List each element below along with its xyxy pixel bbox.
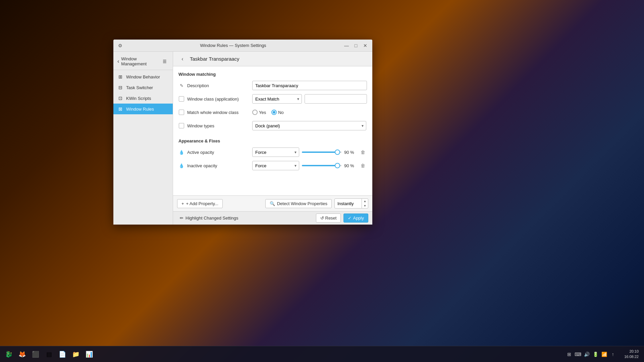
- taskbar: 🐉 🦊 ⬛ ▤ 📄 📁 📊 ⊞ ⌨ 🔊 🔋 📶 ↑ 20:10 16:08:22: [0, 346, 644, 362]
- radio-group-match-class: Yes No: [252, 110, 284, 115]
- radio-yes-label[interactable]: Yes: [252, 110, 266, 115]
- apply-button[interactable]: ✓ Apply: [343, 214, 368, 223]
- maximize-button[interactable]: □: [352, 42, 360, 50]
- window-class-text-input[interactable]: [305, 94, 367, 104]
- inactive-opacity-slider-thumb[interactable]: [335, 163, 340, 168]
- window-types-label: Window types: [178, 123, 252, 129]
- window-class-row: Window class (application) Exact Match S…: [178, 94, 367, 104]
- spinner-up-button[interactable]: ▲: [362, 199, 368, 203]
- highlight-settings-toggle[interactable]: ✏ Highlight Changed Settings: [177, 214, 241, 222]
- taskbar-app-firefox[interactable]: 🦊: [16, 348, 28, 360]
- match-whole-class-row: Match whole window class Yes No: [178, 107, 367, 118]
- instantly-input[interactable]: [335, 199, 362, 208]
- radio-yes-text: Yes: [259, 110, 266, 115]
- content-footer: + + Add Property... 🔍 Detect Window Prop…: [173, 195, 372, 211]
- taskbar-app-dragon[interactable]: 🐉: [3, 348, 15, 360]
- taskbar-app-files[interactable]: 📄: [56, 348, 68, 360]
- systray-updates-icon[interactable]: ↑: [609, 351, 616, 358]
- active-opacity-delete-button[interactable]: 🗑: [359, 148, 367, 156]
- kwin-scripts-icon: ⊡: [117, 95, 123, 101]
- systray-volume-icon[interactable]: 🔊: [583, 351, 590, 358]
- description-input[interactable]: [252, 81, 367, 90]
- match-whole-class-label: Match whole window class: [178, 109, 252, 115]
- hamburger-icon: ☰: [163, 59, 167, 64]
- window-class-control: Exact Match Substring Match Regular Expr…: [252, 94, 367, 104]
- window-types-icon: [178, 123, 184, 129]
- sidebar-item-label: Task Switcher: [126, 85, 153, 90]
- window-class-select[interactable]: Exact Match Substring Match Regular Expr…: [252, 94, 302, 104]
- sidebar-item-kwin-scripts[interactable]: ⊡ KWin Scripts: [113, 93, 173, 104]
- inactive-opacity-select[interactable]: Force Apply Initially Remember Do Not Af…: [252, 161, 299, 170]
- active-opacity-control: Force Apply Initially Remember Do Not Af…: [252, 147, 367, 157]
- radio-yes-button[interactable]: [252, 110, 258, 115]
- sidebar-hamburger-button[interactable]: ☰: [160, 57, 169, 66]
- sidebar-item-window-behavior[interactable]: ⊞ Window Behavior: [113, 71, 173, 82]
- match-whole-icon: [178, 109, 184, 115]
- systray-desktop-icon[interactable]: ⊞: [566, 351, 573, 358]
- window-body: ‹ Window Management ☰ ⊞ Window Behavior …: [113, 52, 372, 225]
- sidebar: ‹ Window Management ☰ ⊞ Window Behavior …: [113, 52, 173, 225]
- systray-battery-icon[interactable]: 🔋: [592, 351, 599, 358]
- sidebar-back-button[interactable]: ‹ Window Management ☰: [113, 54, 173, 68]
- spinner-buttons: ▲ ▼: [362, 199, 368, 208]
- sidebar-item-label: Window Behavior: [126, 74, 160, 79]
- window-types-select-wrapper: Dock (panel) Normal Window Dialog Splash…: [252, 121, 366, 130]
- bottom-right-buttons: ↺ Reset ✓ Apply: [316, 214, 369, 223]
- add-property-button[interactable]: + + Add Property...: [177, 199, 223, 208]
- window-matching-title: Window matching: [178, 72, 367, 77]
- taskbar-app-folder[interactable]: 📁: [70, 348, 82, 360]
- taskbar-right: ⊞ ⌨ 🔊 🔋 📶 ↑ 20:10 16:08:22: [563, 349, 641, 359]
- window-types-select[interactable]: Dock (panel) Normal Window Dialog Splash…: [252, 121, 366, 130]
- inactive-opacity-control: Force Apply Initially Remember Do Not Af…: [252, 161, 367, 170]
- inactive-opacity-delete-button[interactable]: 🗑: [359, 162, 367, 170]
- spinner-down-button[interactable]: ▼: [362, 203, 368, 208]
- inactive-opacity-label: 💧 Inactive opacity: [178, 163, 252, 169]
- active-opacity-slider-container: 90 %: [302, 150, 356, 155]
- sidebar-item-window-rules[interactable]: ⊠ Window Rules: [113, 104, 173, 114]
- active-opacity-slider-fill: [302, 152, 337, 153]
- active-opacity-select[interactable]: Force Apply Initially Remember Do Not Af…: [252, 147, 299, 157]
- match-whole-class-control: Yes No: [252, 110, 367, 115]
- detect-properties-button[interactable]: 🔍 Detect Window Properties: [265, 199, 332, 208]
- description-row: ✎ Description: [178, 80, 367, 91]
- description-icon: ✎: [178, 82, 184, 88]
- window-titlebar: ⚙ Window Rules — System Settings — □ ✕: [113, 40, 372, 52]
- window-types-row: Window types Dock (panel) Normal Window …: [178, 120, 367, 131]
- inactive-opacity-slider[interactable]: [302, 165, 341, 166]
- inactive-opacity-row: 💧 Inactive opacity Force Apply Initially…: [178, 160, 367, 171]
- window-title: Window Rules — System Settings: [125, 43, 341, 48]
- add-icon: +: [181, 201, 184, 206]
- systray-network-icon[interactable]: 📶: [601, 351, 607, 358]
- content-title: Taskbar Transparaacy: [190, 56, 239, 62]
- apply-check-icon: ✓: [348, 216, 352, 221]
- sidebar-item-label: KWin Scripts: [126, 96, 151, 101]
- window-class-select-wrapper: Exact Match Substring Match Regular Expr…: [252, 94, 302, 104]
- minimize-button[interactable]: —: [342, 42, 351, 50]
- sidebar-item-task-switcher[interactable]: ⊟ Task Switcher: [113, 82, 173, 93]
- radio-no-button[interactable]: [271, 110, 277, 115]
- taskbar-clock[interactable]: 20:10 16:08:22: [622, 349, 641, 359]
- taskbar-app-terminal[interactable]: ⬛: [30, 348, 42, 360]
- window-menu-icon[interactable]: ⚙: [116, 42, 124, 50]
- checkbox-icon-2: [179, 110, 184, 115]
- apply-label: Apply: [353, 216, 364, 221]
- active-opacity-slider[interactable]: [302, 152, 341, 153]
- taskbar-app-grid[interactable]: ▤: [43, 348, 55, 360]
- systray-keyboard-icon[interactable]: ⌨: [575, 351, 581, 358]
- window-behavior-icon: ⊞: [117, 74, 123, 80]
- reset-icon: ↺: [320, 216, 324, 221]
- active-opacity-slider-thumb[interactable]: [335, 149, 340, 155]
- content-back-button[interactable]: ‹: [178, 55, 186, 63]
- active-opacity-icon: 💧: [178, 149, 184, 155]
- radio-no-label[interactable]: No: [271, 110, 284, 115]
- sidebar-section-title: Window Management: [121, 56, 158, 66]
- appearance-fixes-title: Appearance & Fixes: [178, 138, 367, 143]
- instantly-spinner: ▲ ▼: [334, 198, 368, 208]
- content-body: Window matching ✎ Description: [173, 66, 372, 195]
- reset-button[interactable]: ↺ Reset: [316, 214, 341, 223]
- close-button[interactable]: ✕: [361, 42, 370, 50]
- system-settings-window: ⚙ Window Rules — System Settings — □ ✕ ‹…: [113, 40, 372, 225]
- active-opacity-select-wrapper: Force Apply Initially Remember Do Not Af…: [252, 147, 299, 157]
- window-class-icon: [178, 96, 184, 102]
- taskbar-app-chart[interactable]: 📊: [83, 348, 95, 360]
